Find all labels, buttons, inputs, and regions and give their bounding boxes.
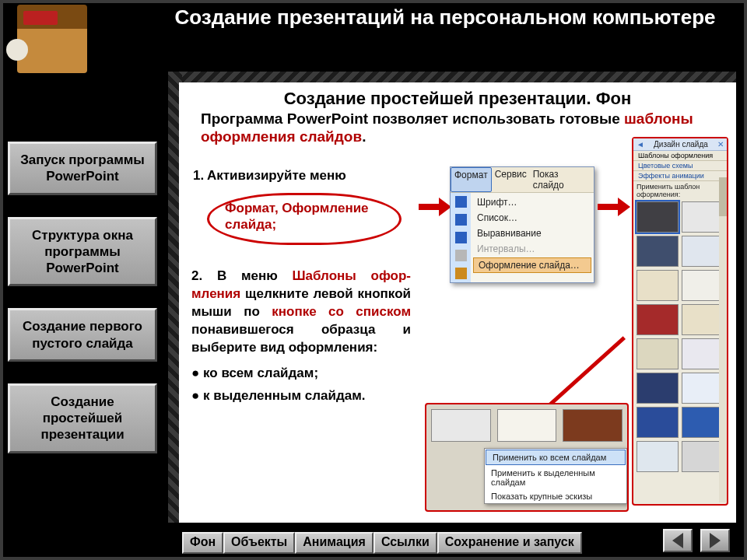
- chevron-left-icon: [672, 533, 683, 548]
- format-item-font[interactable]: Шрифт…: [471, 194, 594, 210]
- content-inner: Создание простейшей презентации. Фон Про…: [179, 82, 736, 523]
- font-icon: [455, 196, 467, 208]
- tab-save-run[interactable]: Сохранение и запуск: [437, 532, 582, 554]
- menu-tab-format[interactable]: Формат: [451, 167, 492, 192]
- mini-thumb: [497, 409, 557, 442]
- template-thumb[interactable]: [637, 407, 679, 438]
- nav-arrows: [663, 529, 730, 552]
- step-2-hl2: кнопке со списком: [272, 304, 411, 319]
- mini-thumb: [563, 409, 622, 442]
- menu-tab-service[interactable]: Сервис: [492, 167, 530, 192]
- task-pane-header: ◄ Дизайн слайда ✕: [633, 138, 727, 151]
- sidebar-item-simple-presentation[interactable]: Создание простейшей презентации: [8, 383, 157, 453]
- step-1: 1. Активизируйте меню Формат, Оформление…: [207, 168, 417, 245]
- step-1-circled: Формат, Оформление слайда;: [207, 193, 402, 245]
- task-pane-close-icon[interactable]: ✕: [717, 140, 724, 149]
- sidebar-item-label: Структура окна программы PowerPoint: [32, 228, 133, 276]
- bookworm-icon: [17, 5, 87, 73]
- task-pane-heading: Применить шаблон оформления:: [633, 181, 727, 198]
- step-2-bullet-all: ко всем слайдам;: [191, 365, 411, 383]
- design-icon: [455, 268, 467, 279]
- page-title: Создание презентаций на персональном ком…: [151, 6, 739, 30]
- align-icon: [455, 232, 467, 243]
- step-2-pre: 2. В меню: [191, 268, 292, 283]
- format-item-align[interactable]: Выравнивание: [471, 226, 594, 241]
- format-menubar: Формат Сервис Показ слайдо: [451, 167, 594, 193]
- tab-animation[interactable]: Анимация: [295, 532, 374, 554]
- bottom-tab-bar: Фон Объекты Анимация Ссылки Сохранение и…: [182, 532, 582, 554]
- ctx-item-apply-all[interactable]: Применить ко всем слайдам: [486, 450, 626, 465]
- template-thumb[interactable]: [682, 201, 724, 233]
- format-menu-iconstrip: [451, 193, 471, 282]
- task-pane-link-templates[interactable]: Шаблоны оформления: [633, 151, 727, 161]
- arrow-right-icon: [419, 201, 451, 213]
- template-thumb[interactable]: [637, 304, 679, 335]
- template-thumb[interactable]: [637, 441, 679, 472]
- content-frame: Создание простейшей презентации. Фон Про…: [168, 72, 736, 523]
- task-pane-thumb-grid: [633, 198, 727, 475]
- tab-background[interactable]: Фон: [182, 532, 223, 554]
- template-thumb[interactable]: [682, 270, 724, 301]
- sidebar-item-label: Запуск программы PowerPoint: [20, 152, 145, 184]
- template-thumb[interactable]: [682, 441, 724, 472]
- context-menu-illustration: Применить ко всем слайдам Применить к вы…: [425, 403, 629, 512]
- format-menu: Формат Сервис Показ слайдо Шрифт… Список…: [450, 166, 594, 283]
- format-item-list[interactable]: Список…: [471, 210, 594, 226]
- intro-post: .: [362, 128, 366, 145]
- task-pane-link-colors[interactable]: Цветовые схемы: [633, 161, 727, 171]
- task-pane-link-anim[interactable]: Эффекты анимации: [633, 171, 727, 181]
- format-item-spacing: Интервалы…: [471, 241, 594, 257]
- sidebar-item-first-slide[interactable]: Создание первого пустого слайда: [8, 308, 157, 362]
- format-item-design[interactable]: Оформление слайда…: [473, 257, 591, 273]
- design-task-pane: ◄ Дизайн слайда ✕ Шаблоны оформления Цве…: [632, 137, 728, 506]
- task-pane-title: Дизайн слайда: [654, 140, 708, 149]
- template-thumb[interactable]: [637, 373, 679, 404]
- task-pane-prev-icon[interactable]: ◄: [637, 140, 644, 149]
- arrow-right-icon: [598, 201, 630, 213]
- tab-objects[interactable]: Объекты: [223, 532, 295, 554]
- step-1-line: Активизируйте меню: [207, 168, 346, 183]
- sidebar-item-window-structure[interactable]: Структура окна программы PowerPoint: [8, 217, 157, 287]
- tab-links[interactable]: Ссылки: [374, 532, 437, 554]
- template-thumb[interactable]: [682, 338, 724, 369]
- mini-thumb: [431, 409, 491, 442]
- ctx-item-large-thumbs[interactable]: Показать крупные эскизы: [485, 489, 626, 503]
- step-2-mid2: понавившегося образца и выберите вид офо…: [191, 322, 411, 355]
- step-2: 2. В меню Шаблоны офор-мления щелкните л…: [191, 268, 411, 410]
- menu-tab-slideshow[interactable]: Показ слайдо: [530, 167, 594, 192]
- template-thumb[interactable]: [637, 236, 679, 267]
- sidebar-item-launch[interactable]: Запуск программы PowerPoint: [8, 142, 157, 195]
- template-thumb[interactable]: [682, 373, 724, 404]
- sidebar-item-label: Создание первого пустого слайда: [23, 319, 142, 350]
- step-2-bullet-selected: к выделенным слайдам.: [191, 387, 411, 405]
- template-thumb[interactable]: [682, 304, 724, 335]
- arrow-diagonal-icon: [623, 338, 626, 341]
- template-thumb[interactable]: [637, 270, 679, 301]
- template-thumb[interactable]: [637, 201, 679, 233]
- step-1-number: 1.: [193, 168, 204, 184]
- nav-next-button[interactable]: [700, 529, 730, 552]
- template-thumb[interactable]: [682, 407, 724, 438]
- intro-pre: Программа PowerPoint позволяет использов…: [201, 110, 624, 127]
- ctx-item-apply-selected[interactable]: Применить к выделенным слайдам: [485, 466, 626, 489]
- context-menu: Применить ко всем слайдам Применить к вы…: [484, 448, 627, 504]
- nav-prev-button[interactable]: [663, 529, 693, 552]
- chevron-right-icon: [710, 533, 721, 548]
- template-thumb[interactable]: [637, 338, 679, 369]
- sidebar: Запуск программы PowerPoint Структура ок…: [8, 142, 157, 453]
- task-pane-scrollbar[interactable]: [719, 177, 727, 502]
- sidebar-item-label: Создание простейшей презентации: [40, 394, 124, 443]
- content-subtitle: Создание простейшей презентации. Фон: [179, 82, 736, 110]
- list-icon: [455, 214, 467, 226]
- spacing-icon: [455, 250, 467, 261]
- scrollbar-handle[interactable]: [719, 177, 727, 216]
- template-thumb[interactable]: [682, 236, 724, 267]
